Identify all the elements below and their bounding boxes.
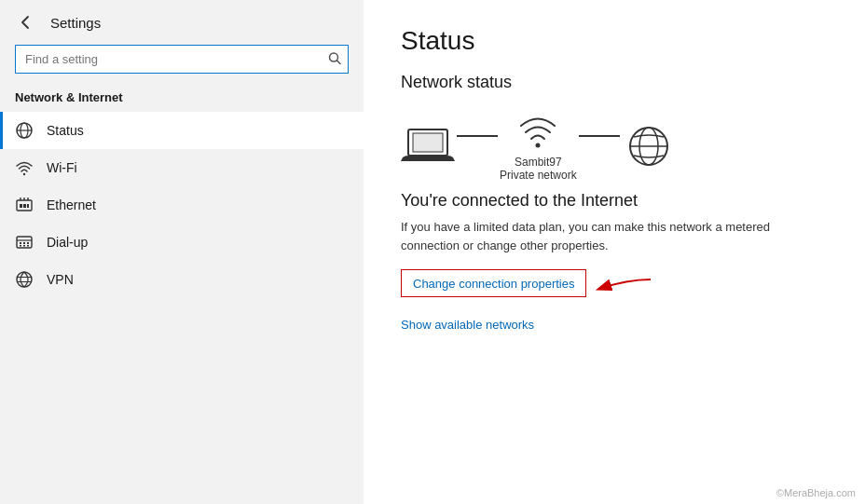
svg-rect-16 [23, 242, 25, 244]
sidebar-header: Settings [0, 0, 364, 41]
globe-icon-group [622, 126, 676, 167]
search-icon [328, 51, 341, 67]
connected-desc: If you have a limited data plan, you can… [401, 218, 828, 254]
svg-point-5 [23, 173, 25, 175]
main-content: Status Network status Sambit97 Private n… [364, 0, 865, 504]
back-icon [19, 15, 34, 30]
svg-rect-17 [27, 242, 29, 244]
ethernet-icon [15, 196, 34, 214]
section-label: Network & Internet [0, 85, 364, 112]
svg-rect-10 [20, 204, 22, 208]
sidebar-item-dialup[interactable]: Dial-up [0, 224, 364, 261]
svg-rect-18 [20, 245, 21, 247]
red-arrow-annotation [590, 275, 655, 303]
svg-rect-25 [413, 133, 443, 152]
sidebar-item-label-vpn: VPN [47, 272, 74, 287]
page-title: Status [401, 26, 828, 56]
sidebar: Settings Network & Internet Status [0, 0, 364, 504]
svg-line-1 [337, 61, 341, 64]
line-laptop-wifi [457, 135, 498, 137]
network-name-label: Sambit97 Private network [500, 156, 577, 182]
sidebar-item-label-status: Status [47, 123, 84, 138]
sidebar-item-label-wifi: Wi-Fi [47, 160, 77, 175]
svg-point-21 [17, 272, 32, 287]
svg-rect-15 [20, 242, 21, 244]
vpn-icon [15, 270, 34, 289]
network-status-heading: Network status [401, 73, 828, 92]
laptop-icon [401, 126, 455, 167]
globe-icon [622, 126, 676, 167]
back-button[interactable] [15, 13, 37, 32]
line-wifi-globe [579, 135, 620, 137]
sidebar-item-label-dialup: Dial-up [47, 235, 88, 250]
sidebar-item-label-ethernet: Ethernet [47, 198, 96, 212]
svg-rect-20 [27, 245, 29, 247]
show-available-networks-link[interactable]: Show available networks [401, 318, 828, 332]
svg-rect-12 [27, 204, 29, 208]
change-connection-link[interactable]: Change connection properties [413, 277, 574, 291]
sidebar-item-status[interactable]: Status [0, 112, 364, 149]
svg-rect-11 [23, 204, 26, 208]
search-input[interactable] [15, 45, 349, 74]
wifi-icon [15, 158, 34, 177]
svg-point-26 [536, 143, 541, 148]
laptop-icon-group [401, 126, 455, 167]
connected-heading: You're connected to the Internet [401, 191, 828, 211]
search-box-wrap [15, 45, 349, 74]
wifi-signal-icon [515, 111, 560, 152]
status-icon [15, 121, 34, 140]
sidebar-item-vpn[interactable]: VPN [0, 261, 364, 298]
svg-rect-19 [23, 245, 25, 247]
sidebar-item-wifi[interactable]: Wi-Fi [0, 149, 364, 186]
watermark: ©MeraBheja.com [776, 487, 856, 498]
dialup-icon [15, 233, 34, 252]
sidebar-item-ethernet[interactable]: Ethernet [0, 186, 364, 224]
wifi-signal-group: Sambit97 Private network [500, 111, 577, 182]
sidebar-title: Settings [50, 15, 101, 31]
change-connection-box: Change connection properties [401, 269, 586, 297]
network-diagram: Sambit97 Private network [401, 111, 828, 182]
